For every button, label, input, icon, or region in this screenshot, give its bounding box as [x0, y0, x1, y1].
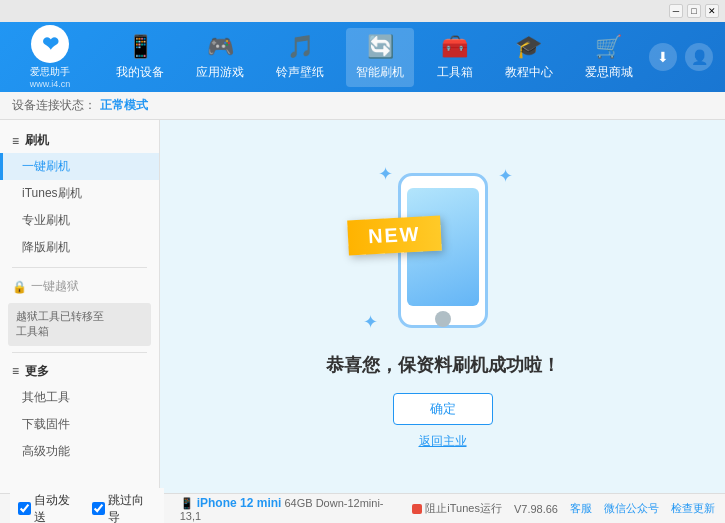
- status-label: 设备连接状态：: [12, 97, 96, 114]
- sidebar-item-one-click-flash[interactable]: 一键刷机: [0, 153, 159, 180]
- stop-itunes-label: 阻止iTunes运行: [425, 501, 502, 516]
- content-area: ✦ ✦ ✦ NEW 恭喜您，保资料刷机成功啦！ 确定 返回主业: [160, 120, 725, 493]
- stop-itunes-btn[interactable]: 阻止iTunes运行: [412, 501, 502, 516]
- skip-wizard-input[interactable]: [92, 502, 105, 515]
- smart-flash-icon: 🔄: [367, 34, 394, 60]
- device-info-area: 自动发送 跳过向导 📱 iPhone 12 mini 64GB Down-12m…: [10, 488, 404, 524]
- flash-section-icon: ≡: [12, 134, 19, 148]
- logo-text: 爱思助手 www.i4.cn: [30, 65, 71, 89]
- check-update-link[interactable]: 检查更新: [671, 501, 715, 516]
- device-detail: 📱 iPhone 12 mini 64GB Down-12mini-13,1: [180, 496, 405, 522]
- nav-item-my-device[interactable]: 📱 我的设备: [106, 28, 174, 87]
- main-layout: ≡ 刷机 一键刷机 iTunes刷机 专业刷机 降版刷机 🔒 一键越狱 越狱工具…: [0, 120, 725, 493]
- nav-label-smart-flash: 智能刷机: [356, 64, 404, 81]
- sidebar-item-other-tools[interactable]: 其他工具: [0, 384, 159, 411]
- more-section-icon: ≡: [12, 364, 19, 378]
- close-button[interactable]: ✕: [705, 4, 719, 18]
- sidebar-section-flash: ≡ 刷机: [0, 128, 159, 153]
- back-home-link[interactable]: 返回主业: [419, 433, 467, 450]
- nav-label-tutorial: 教程中心: [505, 64, 553, 81]
- logo-icon: ❤: [31, 25, 69, 63]
- skip-wizard-checkbox[interactable]: 跳过向导: [92, 492, 156, 524]
- sidebar-item-downgrade-flash[interactable]: 降版刷机: [0, 234, 159, 261]
- nav-label-my-device: 我的设备: [116, 64, 164, 81]
- header-right: ⬇ 👤: [649, 43, 725, 71]
- confirm-button[interactable]: 确定: [393, 393, 493, 425]
- skip-wizard-label: 跳过向导: [108, 492, 156, 524]
- device-icon: 📱: [127, 34, 154, 60]
- nav-item-smart-flash[interactable]: 🔄 智能刷机: [346, 28, 414, 87]
- ringtones-icon: 🎵: [287, 34, 314, 60]
- title-bar: ─ □ ✕: [0, 0, 725, 22]
- lock-icon: 🔒: [12, 280, 27, 294]
- device-name: iPhone 12 mini: [197, 496, 282, 510]
- nav-label-shop: 爱思商城: [585, 64, 633, 81]
- nav-item-toolbox[interactable]: 🧰 工具箱: [427, 28, 483, 87]
- sidebar-divider-2: [12, 352, 147, 353]
- restore-button[interactable]: □: [687, 4, 701, 18]
- phone-home-btn: [435, 311, 451, 327]
- success-message: 恭喜您，保资料刷机成功啦！: [326, 353, 560, 377]
- sidebar-item-advanced[interactable]: 高级功能: [0, 438, 159, 465]
- success-illustration: ✦ ✦ ✦ NEW: [363, 163, 523, 343]
- shop-icon: 🛒: [595, 34, 622, 60]
- nav-label-apps-games: 应用游戏: [196, 64, 244, 81]
- service-link[interactable]: 客服: [570, 501, 592, 516]
- bottom-bar-right: 阻止iTunes运行 V7.98.66 客服 微信公众号 检查更新: [412, 501, 715, 516]
- sparkle-1: ✦: [378, 163, 393, 185]
- nav-label-toolbox: 工具箱: [437, 64, 473, 81]
- sidebar-item-pro-flash[interactable]: 专业刷机: [0, 207, 159, 234]
- user-button[interactable]: 👤: [685, 43, 713, 71]
- version-text: V7.98.66: [514, 503, 558, 515]
- sidebar-lock-section: 🔒 一键越狱: [0, 274, 159, 299]
- device-icon-small: 📱: [180, 497, 194, 509]
- tutorial-icon: 🎓: [515, 34, 542, 60]
- status-bar: 设备连接状态： 正常模式: [0, 92, 725, 120]
- nav-item-shop[interactable]: 🛒 爱思商城: [575, 28, 643, 87]
- new-badge: NEW: [347, 216, 441, 256]
- nav-item-ringtones[interactable]: 🎵 铃声壁纸: [266, 28, 334, 87]
- download-button[interactable]: ⬇: [649, 43, 677, 71]
- sparkle-2: ✦: [498, 165, 513, 187]
- apps-icon: 🎮: [207, 34, 234, 60]
- nav-items: 📱 我的设备 🎮 应用游戏 🎵 铃声壁纸 🔄 智能刷机 🧰 工具箱 🎓 教程中心…: [100, 28, 649, 87]
- stop-icon: [412, 504, 422, 514]
- sparkle-3: ✦: [363, 311, 378, 333]
- device-storage: 64GB: [284, 497, 312, 509]
- toolbox-icon: 🧰: [441, 34, 468, 60]
- sidebar-jailbreak-note: 越狱工具已转移至工具箱: [8, 303, 151, 346]
- auto-send-checkbox[interactable]: 自动发送: [18, 492, 82, 524]
- auto-send-label: 自动发送: [34, 492, 82, 524]
- sidebar-item-itunes-flash[interactable]: iTunes刷机: [0, 180, 159, 207]
- sidebar: ≡ 刷机 一键刷机 iTunes刷机 专业刷机 降版刷机 🔒 一键越狱 越狱工具…: [0, 120, 160, 493]
- sidebar-section-more: ≡ 更多: [0, 359, 159, 384]
- sidebar-item-download-firmware[interactable]: 下载固件: [0, 411, 159, 438]
- nav-item-apps-games[interactable]: 🎮 应用游戏: [186, 28, 254, 87]
- auto-send-input[interactable]: [18, 502, 31, 515]
- nav-item-tutorial[interactable]: 🎓 教程中心: [495, 28, 563, 87]
- sidebar-divider-1: [12, 267, 147, 268]
- minimize-button[interactable]: ─: [669, 4, 683, 18]
- wechat-link[interactable]: 微信公众号: [604, 501, 659, 516]
- bottom-bar: 自动发送 跳过向导 📱 iPhone 12 mini 64GB Down-12m…: [0, 493, 725, 523]
- logo-area: ❤ 爱思助手 www.i4.cn: [0, 25, 100, 89]
- nav-label-ringtones: 铃声壁纸: [276, 64, 324, 81]
- status-mode: 正常模式: [100, 97, 148, 114]
- checkbox-row: 自动发送 跳过向导: [10, 488, 164, 524]
- header: ❤ 爱思助手 www.i4.cn 📱 我的设备 🎮 应用游戏 🎵 铃声壁纸 🔄 …: [0, 22, 725, 92]
